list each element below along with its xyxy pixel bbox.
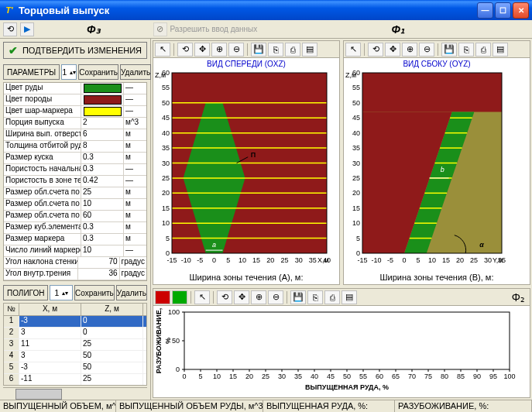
param-row[interactable]: Размер куб.элемента0.3м — [4, 222, 146, 234]
param-row[interactable]: Цвет руды— — [4, 83, 146, 94]
svg-text:15: 15 — [252, 256, 260, 264]
table-row[interactable]: 5-350 — [4, 362, 146, 374]
params-label: ПАРАМЕТРЫ — [3, 64, 60, 80]
disabled-btn-label: Разрешить ввод данных — [170, 25, 258, 33]
svg-text:10: 10 — [213, 373, 221, 380]
pointer-icon[interactable]: ↖ — [194, 290, 210, 304]
zoom-in-icon[interactable]: ⊕ — [402, 43, 417, 57]
svg-text:50: 50 — [343, 373, 351, 380]
refresh-icon[interactable]: ⟲ — [177, 43, 193, 57]
move-icon[interactable]: ✥ — [234, 290, 249, 304]
param-row[interactable]: Пористость в зоне теч.0.42— — [4, 176, 146, 187]
param-row[interactable]: Угол наклона стенки70градус — [4, 257, 146, 269]
param-row[interactable]: Толщина отбитой руды8м — [4, 141, 146, 153]
move-icon[interactable]: ✥ — [385, 43, 400, 57]
zoom-out-icon[interactable]: ⊖ — [268, 290, 283, 304]
zoom-in-icon[interactable]: ⊕ — [251, 290, 266, 304]
svg-rect-45 — [362, 73, 502, 112]
refresh-icon[interactable]: ⟲ — [217, 290, 232, 304]
settings-icon[interactable]: ▤ — [302, 43, 317, 57]
minimize-button[interactable]: — — [477, 2, 493, 19]
polygon-table[interactable]: № X, м Z, м 1-302303112543505-3506-11257… — [3, 303, 147, 386]
param-row[interactable]: Цвет шар-маркера— — [4, 106, 146, 118]
svg-text:РАЗУБОЖИВАНИЕ,: РАЗУБОЖИВАНИЕ, — [155, 308, 163, 374]
chart2-toolbar: ↖ ⟲ ✥ ⊕ ⊖ 💾 ⎘ ⎙ ▤ — [344, 41, 530, 58]
tool-btn-1[interactable]: ⟲ — [3, 22, 17, 36]
svg-rect-88 — [184, 312, 510, 369]
svg-text:55: 55 — [352, 84, 360, 91]
save-icon[interactable]: 💾 — [251, 43, 266, 57]
svg-text:0: 0 — [176, 366, 180, 373]
phi2-label: Φ₂ — [512, 291, 525, 304]
poly-hdr-z: Z, м — [81, 304, 143, 315]
print-icon[interactable]: ⎙ — [285, 43, 300, 57]
params-table: Цвет руды—Цвет породы—Цвет шар-маркера—П… — [3, 82, 147, 281]
svg-text:70: 70 — [408, 373, 416, 380]
pointer-icon[interactable]: ↖ — [345, 43, 361, 57]
status-ore-volume: ВЫПУЩЕННЫЙ ОБЪЕМ РУДЫ, м^3: — [116, 400, 263, 412]
copy-icon[interactable]: ⎘ — [458, 43, 474, 57]
table-row[interactable]: 4350 — [4, 351, 146, 362]
print-icon[interactable]: ⎙ — [324, 290, 340, 304]
svg-text:0: 0 — [182, 373, 186, 380]
param-row[interactable]: Пористость начальная0.3— — [4, 164, 146, 176]
copy-icon[interactable]: ⎘ — [307, 290, 323, 304]
svg-text:30: 30 — [484, 256, 492, 264]
close-button[interactable]: ✕ — [513, 2, 529, 19]
check-icon: ✔ — [9, 44, 18, 57]
params-spinner[interactable]: 1▴▾ — [61, 64, 77, 80]
svg-text:20: 20 — [456, 256, 464, 264]
svg-text:20: 20 — [245, 373, 253, 380]
confirm-button[interactable]: ✔ ПОДТВЕРДИТЬ ИЗМЕНЕНИЯ — [3, 42, 147, 59]
svg-text:15: 15 — [229, 373, 237, 380]
table-row[interactable]: 6-1125 — [4, 374, 146, 386]
params-delete-button[interactable]: Удалить — [120, 64, 151, 80]
param-row[interactable]: Размер обл.счета по Z60м — [4, 211, 146, 222]
red-marker-icon[interactable] — [155, 290, 170, 304]
polygon-delete-button[interactable]: Удалить — [116, 285, 147, 300]
svg-text:95: 95 — [489, 373, 497, 380]
param-row[interactable]: Число линий маркеров10— — [4, 245, 146, 257]
svg-text:30: 30 — [162, 160, 170, 167]
param-row[interactable]: Цвет породы— — [4, 94, 146, 106]
svg-text:40: 40 — [352, 129, 360, 137]
copy-icon[interactable]: ⎘ — [268, 43, 283, 57]
move-icon[interactable]: ✥ — [194, 43, 210, 57]
table-row[interactable]: 31125 — [4, 339, 146, 351]
zoom-out-icon[interactable]: ⊖ — [228, 43, 244, 57]
polygon-spinner[interactable]: 1▴▾ — [50, 285, 73, 300]
svg-text:30: 30 — [295, 256, 303, 264]
confirm-label: ПОДТВЕРДИТЬ ИЗМЕНЕНИЯ — [22, 46, 142, 55]
table-row[interactable]: 230 — [4, 328, 146, 339]
polygon-save-button[interactable]: Сохранить — [74, 285, 115, 300]
horizontal-scrollbar[interactable] — [3, 387, 147, 400]
param-row[interactable]: Порция выпуска2м^3 — [4, 118, 146, 129]
settings-icon[interactable]: ▤ — [342, 290, 357, 304]
tool-btn-2[interactable]: ▶ — [20, 22, 34, 36]
param-row[interactable]: Ширина вып. отверстия6м — [4, 129, 146, 141]
save-icon[interactable]: 💾 — [290, 290, 306, 304]
chart3-toolbar: ↖ ⟲ ✥ ⊕ ⊖ 💾 ⎘ ⎙ ▤ Φ₂ — [153, 289, 530, 306]
maximize-button[interactable]: ☐ — [495, 2, 511, 19]
green-marker-icon[interactable] — [172, 290, 187, 304]
save-icon[interactable]: 💾 — [441, 43, 457, 57]
refresh-icon[interactable]: ⟲ — [368, 43, 383, 57]
svg-text:15: 15 — [442, 256, 450, 264]
param-row[interactable]: Размер куска0.3м — [4, 153, 146, 164]
params-save-button[interactable]: Сохранить — [78, 64, 118, 80]
svg-text:20: 20 — [266, 256, 274, 264]
param-row[interactable]: Размер маркера0.3м — [4, 234, 146, 245]
svg-text:15: 15 — [352, 204, 360, 212]
table-row[interactable]: 1-30 — [4, 316, 146, 328]
settings-icon[interactable]: ▤ — [493, 43, 508, 57]
param-row[interactable]: Угол внутр.трения36градус — [4, 269, 146, 280]
svg-text:X,м: X,м — [317, 256, 329, 264]
param-row[interactable]: Размер обл.счета по Y10м — [4, 199, 146, 211]
pointer-icon[interactable]: ↖ — [155, 43, 170, 57]
zoom-out-icon[interactable]: ⊖ — [419, 43, 434, 57]
svg-text:-5: -5 — [197, 256, 203, 264]
zoom-in-icon[interactable]: ⊕ — [211, 43, 227, 57]
chart-dilution: ↖ ⟲ ✥ ⊕ ⊖ 💾 ⎘ ⎙ ▤ Φ₂ 0510152025303540455… — [153, 288, 530, 398]
print-icon[interactable]: ⎙ — [475, 43, 491, 57]
param-row[interactable]: Размер обл.счета по X25м — [4, 187, 146, 199]
